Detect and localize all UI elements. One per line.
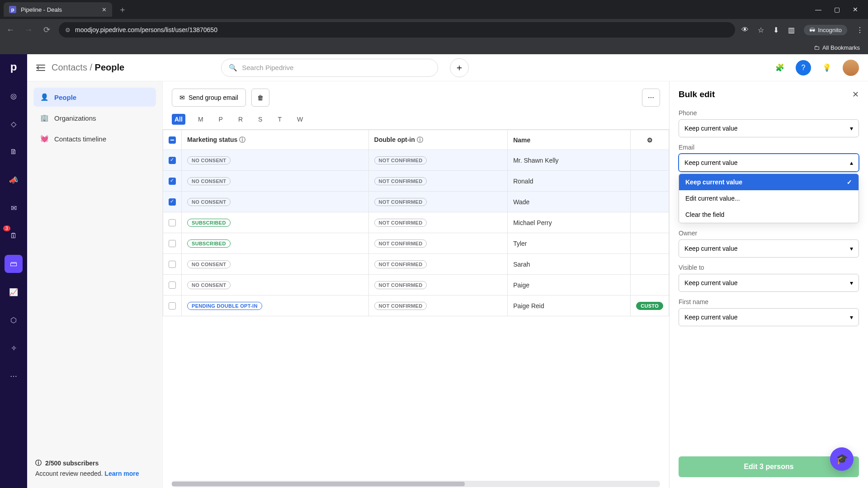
dropdown-option-edit[interactable]: Edit current value... (679, 190, 859, 206)
row-checkbox[interactable] (169, 219, 176, 226)
all-bookmarks-link[interactable]: All Bookmarks (822, 44, 860, 51)
rail-item-products[interactable]: ⬡ (5, 311, 23, 329)
breadcrumb-parent[interactable]: Contacts (52, 62, 87, 72)
col-marketing-status[interactable]: Marketing status ⓘ (182, 130, 369, 150)
toolbar: ✉ Send group email 🗑 ⋯ (163, 81, 669, 114)
email-select[interactable]: Keep current value ▴ (679, 154, 859, 172)
site-settings-icon[interactable]: ⚙ (65, 27, 71, 33)
delete-button[interactable]: 🗑 (251, 89, 269, 107)
row-checkbox[interactable] (169, 261, 176, 268)
table-row[interactable]: NO CONSENTNOT CONFIRMEDMr. Shawn Kelly (163, 150, 669, 171)
table-row[interactable]: NO CONSENTNOT CONFIRMEDSarah (163, 254, 669, 275)
rail-item-insights[interactable]: 📈 (5, 283, 23, 301)
tips-icon[interactable]: 💡 (819, 60, 835, 75)
dropdown-option-keep[interactable]: Keep current value ✓ (679, 174, 859, 190)
bookmark-star-icon[interactable]: ☆ (758, 26, 764, 34)
name-cell[interactable]: Wade (508, 192, 631, 212)
table-row[interactable]: NO CONSENTNOT CONFIRMEDRonald (163, 171, 669, 192)
back-icon[interactable]: ← (5, 25, 16, 35)
close-tab-icon[interactable]: ✕ (102, 6, 107, 13)
optin-badge: NOT CONFIRMED (374, 198, 427, 206)
browser-menu-icon[interactable]: ⋮ (856, 26, 863, 34)
name-cell[interactable]: Ronald (508, 171, 631, 192)
dropdown-option-clear[interactable]: Clear the field (679, 206, 859, 223)
col-name[interactable]: Name (508, 130, 631, 150)
info-icon[interactable]: ⓘ (417, 136, 423, 143)
col-double-optin[interactable]: Double opt-in ⓘ (368, 130, 508, 150)
downloads-icon[interactable]: ⬇ (773, 26, 779, 34)
table-row[interactable]: PENDING DOUBLE OPT-INNOT CONFIRMEDPaige … (163, 296, 669, 316)
field-label-visibleto: Visible to (679, 264, 859, 271)
app-logo[interactable]: p (10, 61, 17, 73)
alert-link[interactable]: Learn more (104, 470, 139, 477)
rail-item-marketplace[interactable]: ✧ (5, 339, 23, 357)
side-panel-icon[interactable]: ▥ (788, 26, 795, 34)
rail-item-activities[interactable]: 3🗓 (5, 227, 23, 245)
name-cell[interactable]: Sarah (508, 254, 631, 275)
visibleto-select[interactable]: Keep current value ▾ (679, 274, 859, 292)
maximize-icon[interactable]: ▢ (834, 6, 840, 13)
row-checkbox[interactable] (169, 198, 176, 206)
academy-fab[interactable]: 🎓 (830, 447, 854, 471)
name-cell[interactable]: Michael Perry (508, 212, 631, 233)
rail-item-mail[interactable]: ✉ (5, 199, 23, 217)
table-row[interactable]: SUBSCRIBEDNOT CONFIRMEDMichael Perry (163, 212, 669, 233)
status-badge: SUBSCRIBED (187, 239, 231, 248)
select-all-checkbox[interactable] (169, 136, 176, 144)
phone-select[interactable]: Keep current value ▾ (679, 119, 859, 137)
sidebar-item-organizations[interactable]: 🏢 Organizations (33, 108, 156, 127)
more-options-button[interactable]: ⋯ (642, 89, 660, 107)
filter-letter[interactable]: P (216, 114, 226, 125)
row-checkbox[interactable] (169, 302, 176, 310)
tracking-icon[interactable]: 👁 (741, 26, 749, 34)
name-cell[interactable]: Paige (508, 275, 631, 296)
filter-letter[interactable]: All (172, 114, 185, 125)
rail-item-deals[interactable]: ◇ (5, 115, 23, 133)
filter-letter[interactable]: W (294, 114, 306, 125)
row-checkbox[interactable] (169, 178, 176, 185)
filter-letter[interactable]: R (236, 114, 245, 125)
table-row[interactable]: SUBSCRIBEDNOT CONFIRMEDTyler (163, 233, 669, 254)
filter-letter[interactable]: M (195, 114, 206, 125)
scrollbar-thumb[interactable] (172, 482, 465, 486)
collapse-sidebar-icon[interactable] (36, 64, 45, 72)
name-cell[interactable]: Mr. Shawn Kelly (508, 150, 631, 171)
rail-item-leads[interactable]: ◎ (5, 87, 23, 105)
firstname-select[interactable]: Keep current value ▾ (679, 308, 859, 326)
sidebar-item-contacts-timeline[interactable]: 💓 Contacts timeline (33, 129, 156, 148)
table-row[interactable]: NO CONSENTNOT CONFIRMEDWade (163, 192, 669, 212)
row-checkbox[interactable] (169, 240, 176, 247)
search-input[interactable]: 🔍 Search Pipedrive (221, 59, 438, 77)
help-icon[interactable]: ? (796, 60, 811, 75)
name-cell[interactable]: Tyler (508, 233, 631, 254)
row-checkbox[interactable] (169, 157, 176, 164)
name-cell[interactable]: Paige Reid (508, 296, 631, 316)
reload-icon[interactable]: ⟳ (41, 25, 52, 35)
info-icon[interactable]: ⓘ (239, 136, 245, 143)
avatar[interactable] (843, 60, 859, 76)
horizontal-scrollbar[interactable] (172, 481, 660, 487)
minimize-icon[interactable]: — (815, 6, 821, 13)
row-checkbox[interactable] (169, 282, 176, 289)
rail-item-projects[interactable]: 🗎 (5, 143, 23, 161)
rail-item-more[interactable]: ⋯ (5, 367, 23, 385)
browser-tab[interactable]: p Pipeline - Deals ✕ (4, 2, 112, 17)
table-wrap[interactable]: Marketing status ⓘ Double opt-in ⓘ Name … (163, 129, 669, 481)
new-tab-button[interactable]: ＋ (115, 2, 130, 17)
close-window-icon[interactable]: ✕ (853, 6, 858, 13)
incognito-chip[interactable]: 🕶 Incognito (804, 25, 847, 35)
url-input[interactable]: ⚙ moodjoy.pipedrive.com/persons/list/use… (59, 22, 735, 38)
close-panel-icon[interactable]: ✕ (852, 89, 859, 99)
owner-select[interactable]: Keep current value ▾ (679, 239, 859, 258)
add-button[interactable]: ＋ (450, 58, 469, 77)
col-settings[interactable]: ⚙ (631, 130, 669, 150)
sidebar-item-people[interactable]: 👤 People (33, 88, 156, 107)
rail-item-contacts[interactable]: 🗃 (5, 255, 23, 273)
forward-icon[interactable]: → (23, 25, 34, 35)
rail-item-campaigns[interactable]: 📣 (5, 171, 23, 189)
filter-letter[interactable]: S (255, 114, 265, 125)
filter-letter[interactable]: T (275, 114, 284, 125)
extensions-icon[interactable]: 🧩 (772, 60, 788, 75)
table-row[interactable]: NO CONSENTNOT CONFIRMEDPaige (163, 275, 669, 296)
send-group-email-button[interactable]: ✉ Send group email (172, 89, 246, 107)
